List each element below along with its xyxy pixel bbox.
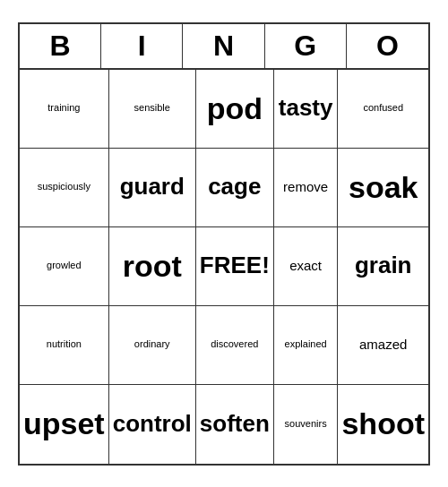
bingo-grid: trainingsensiblepodtastyconfusedsuspicio… [20, 70, 428, 464]
cell-text-10: growled [47, 260, 82, 271]
bingo-cell-18[interactable]: explained [274, 306, 339, 385]
bingo-cell-14[interactable]: grain [338, 227, 428, 306]
bingo-cell-6[interactable]: guard [109, 149, 196, 227]
bingo-cell-20[interactable]: upset [20, 385, 109, 464]
bingo-cell-1[interactable]: sensible [109, 70, 196, 149]
cell-text-20: upset [23, 406, 105, 442]
cell-text-8: remove [283, 179, 328, 195]
cell-text-11: root [123, 248, 182, 285]
bingo-cell-19[interactable]: amazed [338, 306, 428, 385]
cell-text-1: sensible [134, 102, 170, 114]
cell-text-7: cage [208, 173, 261, 201]
bingo-cell-2[interactable]: pod [196, 70, 274, 149]
bingo-cell-24[interactable]: shoot [338, 385, 428, 464]
cell-text-12: FREE! [200, 252, 270, 279]
bingo-cell-9[interactable]: soak [338, 149, 428, 227]
cell-text-4: confused [363, 102, 403, 114]
header-g: G [265, 24, 347, 68]
cell-text-15: nutrition [47, 338, 82, 350]
bingo-cell-8[interactable]: remove [274, 149, 339, 227]
cell-text-9: soak [349, 169, 418, 206]
bingo-card: B I N G O trainingsensiblepodtastyconfus… [18, 22, 430, 466]
bingo-header: B I N G O [20, 24, 428, 70]
cell-text-14: grain [355, 252, 412, 279]
bingo-cell-12[interactable]: FREE! [196, 227, 274, 306]
bingo-cell-13[interactable]: exact [274, 227, 339, 306]
header-o: O [347, 24, 428, 68]
cell-text-13: exact [289, 258, 322, 274]
cell-text-19: amazed [359, 337, 407, 353]
header-i: I [101, 24, 183, 68]
cell-text-17: discovered [211, 338, 258, 350]
bingo-cell-10[interactable]: growled [20, 227, 109, 306]
cell-text-22: soften [200, 410, 270, 438]
header-b: B [20, 24, 101, 68]
cell-text-24: shoot [341, 406, 425, 442]
cell-text-21: control [113, 410, 192, 438]
cell-text-18: explained [285, 338, 327, 350]
bingo-cell-15[interactable]: nutrition [20, 306, 109, 385]
cell-text-16: ordinary [134, 338, 170, 350]
bingo-cell-17[interactable]: discovered [196, 306, 274, 385]
bingo-cell-16[interactable]: ordinary [109, 306, 196, 385]
cell-text-6: guard [120, 173, 185, 201]
cell-text-0: training [47, 102, 80, 114]
cell-text-5: suspiciously [38, 181, 90, 192]
cell-text-23: souvenirs [285, 418, 327, 430]
header-n: N [183, 24, 264, 68]
bingo-cell-4[interactable]: confused [338, 70, 428, 149]
cell-text-3: tasty [279, 94, 333, 122]
bingo-cell-3[interactable]: tasty [274, 70, 339, 149]
bingo-cell-23[interactable]: souvenirs [274, 385, 339, 464]
bingo-cell-21[interactable]: control [109, 385, 196, 464]
cell-text-2: pod [207, 90, 263, 127]
bingo-cell-22[interactable]: soften [196, 385, 274, 464]
bingo-cell-11[interactable]: root [109, 227, 196, 306]
bingo-cell-7[interactable]: cage [196, 149, 274, 227]
bingo-cell-5[interactable]: suspiciously [20, 149, 109, 227]
bingo-cell-0[interactable]: training [20, 70, 109, 149]
